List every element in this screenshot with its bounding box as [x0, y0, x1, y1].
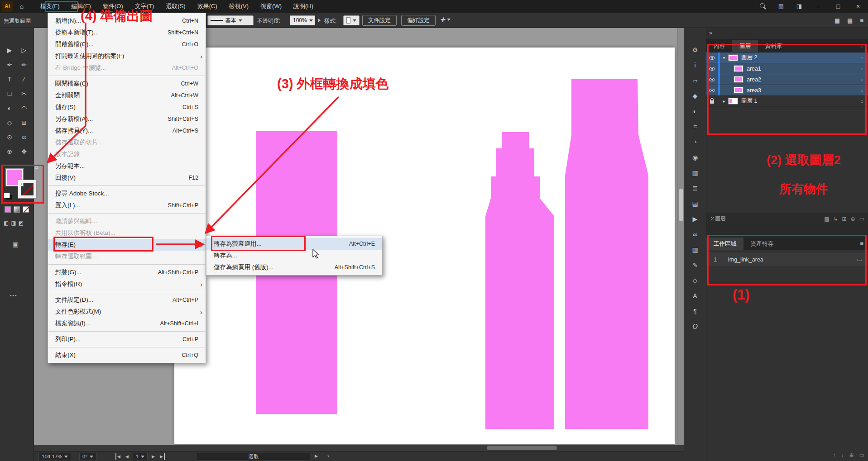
artboard-page-icon[interactable]: ▭ [857, 256, 868, 263]
brushes-icon[interactable]: ✎ [689, 261, 701, 270]
menu-item[interactable]: 儲存(S)Ctrl+S [48, 101, 206, 113]
scissors-tool[interactable]: ✂ [17, 87, 31, 100]
artwork-bottle-small[interactable] [485, 132, 554, 429]
menu-item[interactable]: 列印(P)...Ctrl+P [48, 333, 206, 345]
swap-fill-stroke-icon[interactable]: ⇄ [34, 165, 38, 171]
menubar-item[interactable]: 檔案(F) [34, 0, 66, 13]
panel-tab[interactable]: 資產轉存 [743, 238, 781, 250]
collapse-panels-icon[interactable]: » [709, 29, 712, 36]
paragraph-icon[interactable]: ¶ [689, 307, 701, 316]
new-sublayer-icon[interactable]: ⊞ [842, 216, 847, 222]
new-layer-icon[interactable]: ⊕ [851, 216, 855, 222]
disclosure-icon[interactable]: ▸ [720, 99, 728, 104]
search-icon[interactable] [754, 0, 772, 13]
menubar-item[interactable]: 編輯(E) [66, 0, 97, 13]
workspace-grid-icon[interactable]: ▦ [834, 17, 840, 24]
visibility-toggle[interactable] [706, 52, 718, 63]
type-tool[interactable]: T [2, 72, 17, 86]
pencil-tool[interactable]: ✏ [17, 58, 31, 71]
symbols-icon[interactable]: ◇ [689, 276, 701, 285]
opacity-dropdown[interactable]: 100% [290, 15, 315, 25]
menu-item[interactable]: 關閉檔案(C)Ctrl+W [48, 78, 206, 90]
panel-tab[interactable]: 資料庫 [758, 40, 790, 52]
delete-layer-icon[interactable]: ▭ [859, 216, 864, 222]
draw-behind-icon[interactable]: ◨ [11, 220, 16, 226]
layer-row[interactable]: area2○ [706, 74, 868, 85]
maximize-button[interactable]: □ [828, 0, 848, 13]
panel-tab[interactable]: 工作區域 [706, 238, 743, 250]
locate-object-icon[interactable]: ▩ [824, 216, 829, 222]
draw-inside-icon[interactable]: ◩ [19, 220, 24, 226]
preferences-button[interactable]: 偏好設定 [401, 15, 436, 26]
panel-menu-icon[interactable]: ≡ [860, 17, 863, 24]
panel-tab[interactable]: 圖層 [732, 40, 758, 52]
pattern-icon[interactable]: ▦ [689, 168, 701, 177]
mesh-tool[interactable]: ⊞ [17, 116, 31, 129]
style-dropdown[interactable] [343, 15, 360, 25]
menu-item[interactable]: 全部關閉Alt+Ctrl+W [48, 90, 206, 101]
menu-item[interactable]: 另存範本... [48, 160, 206, 172]
blend-tool[interactable]: ∞ [17, 130, 31, 144]
menu-item[interactable]: 轉存為螢幕適用...Alt+Ctrl+E [206, 238, 382, 250]
rotate-tool[interactable]: ◠ [17, 101, 31, 115]
target-circle-icon[interactable]: ○ [860, 66, 863, 71]
default-fill-stroke-icon[interactable] [4, 193, 10, 198]
menu-item[interactable]: 從範本新增(T)...Shift+Ctrl+N [48, 27, 206, 38]
lock-toggle[interactable] [706, 96, 718, 106]
target-circle-icon[interactable]: ○ [860, 77, 863, 82]
swatches-icon[interactable]: ◆ [689, 91, 701, 100]
layer-row[interactable]: ▾圖層 2○ [706, 52, 868, 63]
menu-item[interactable]: 新增(N)...Ctrl+N [48, 15, 206, 27]
document-setup-button[interactable]: 文件設定 [362, 15, 397, 26]
menu-item[interactable]: 儲存為網頁用 (舊版)...Alt+Shift+Ctrl+S [206, 261, 382, 273]
delete-artboard-icon[interactable]: ▭ [859, 452, 864, 458]
menu-item[interactable]: 儲存拷貝(Y)...Alt+Ctrl+S [48, 125, 206, 137]
visibility-toggle[interactable] [706, 63, 718, 74]
character-icon[interactable]: A [689, 291, 701, 300]
artboards-icon[interactable]: ▤ [689, 199, 701, 208]
gradient-button[interactable] [14, 206, 20, 213]
gradient-tool[interactable]: ◇ [2, 116, 17, 129]
close-button[interactable]: × [848, 0, 868, 13]
align-options-icon[interactable]: ✚ [440, 16, 451, 23]
color-icon[interactable]: ◉ [689, 153, 701, 162]
menu-item[interactable]: 封裝(G)...Alt+Shift+Ctrl+P [48, 266, 206, 278]
shape-builder-tool[interactable]: ◐ [2, 101, 17, 115]
menu-item[interactable]: 結束(X)Ctrl+Q [48, 349, 206, 361]
target-circle-icon[interactable]: ○ [860, 88, 863, 93]
panel-menu-icon[interactable]: ≡ [855, 238, 868, 250]
panel-menu-icon[interactable]: ≡ [855, 40, 868, 52]
visibility-toggle[interactable] [706, 85, 718, 95]
home-icon[interactable]: ⌂ [15, 3, 28, 10]
actions-icon[interactable]: ▶ [689, 214, 701, 223]
panel-tab[interactable]: 內容 [706, 40, 732, 52]
menubar-item[interactable]: 文字(T) [129, 0, 160, 13]
menubar-item[interactable]: 效果(C) [192, 0, 223, 13]
screen-mode-icon[interactable]: ▣ [13, 241, 19, 248]
disclosure-icon[interactable]: ▾ [720, 55, 728, 60]
stroke-icon[interactable]: ≡ [689, 122, 701, 131]
direct-selection-tool[interactable]: ▷ [17, 43, 31, 57]
menu-item[interactable]: 置入(L)...Shift+Ctrl+P [48, 200, 206, 211]
rectangle-tool[interactable]: □ [2, 87, 17, 100]
menu-item[interactable]: 轉存為... [206, 250, 382, 261]
none-button[interactable] [23, 206, 29, 213]
visibility-toggle[interactable] [706, 74, 718, 85]
menu-item[interactable]: 文件色彩模式(M)› [48, 306, 206, 318]
edit-toolbar-icon[interactable]: ••• [10, 293, 18, 298]
opacity-flyout-icon[interactable] [318, 19, 321, 22]
menu-item[interactable]: 指令檔(R)› [48, 278, 206, 290]
transparency-icon[interactable]: ◔ [689, 138, 701, 147]
align-icon[interactable]: ≣ [689, 184, 701, 193]
menu-item[interactable]: 轉存(E)› [48, 239, 206, 251]
image-trace-icon[interactable]: ▥ [689, 245, 701, 254]
new-artboard-icon[interactable]: ⊕ [849, 452, 854, 458]
draw-normal-icon[interactable]: ◧ [4, 220, 9, 226]
artboard-row[interactable]: 1img_link_area▭ [706, 252, 868, 267]
eyedropper-tool[interactable]: ⊙ [2, 130, 17, 144]
appearance-icon[interactable]: O [689, 322, 701, 331]
hand-tool[interactable]: ✥ [17, 145, 31, 158]
move-down-icon[interactable]: ↓ [841, 452, 844, 458]
menu-item[interactable]: 回復(V)F12 [48, 172, 206, 184]
panel-layout-icon[interactable]: ◨ [790, 0, 808, 13]
